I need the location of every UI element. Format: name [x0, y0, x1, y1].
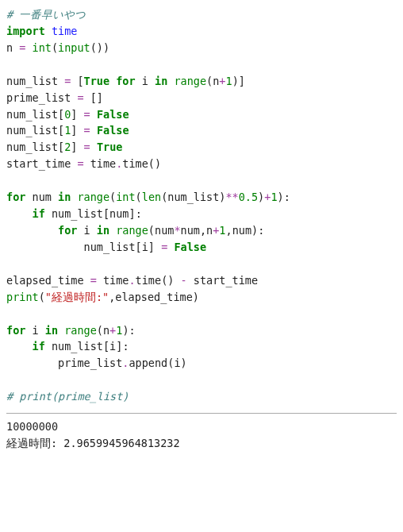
code-block: # 一番早いやつ import time n = int(input()) nu… [6, 6, 397, 405]
builtin-range: range [174, 75, 206, 87]
kw-for: for [6, 191, 25, 203]
comment-line: # 一番早いやつ [6, 8, 86, 21]
output-block: 10000000 経過時間: 2.9659945964813232 [6, 413, 397, 452]
const-false: False [97, 108, 129, 121]
string-literal: "経過時間:" [45, 291, 109, 303]
module-time: time [52, 25, 78, 37]
builtin-len: len [142, 191, 161, 203]
ident-elapsed: elapsed_time [6, 274, 90, 287]
builtin-input: input [58, 41, 90, 54]
kw-if: if [33, 207, 45, 220]
kw-import: import [6, 25, 45, 37]
output-line-2: 経過時間: 2.9659945964813232 [6, 437, 180, 449]
comment-line: # print(prime_list) [6, 390, 129, 403]
builtin-int: int [33, 41, 52, 54]
output-line-1: 10000000 [6, 420, 58, 433]
ident-starttime: start_time [6, 157, 77, 170]
const-true: True [84, 75, 110, 87]
ident-numlist: num_list [6, 75, 64, 87]
ident-primelist: prime_list [6, 91, 77, 104]
builtin-print: print [6, 291, 39, 303]
ident-n: n [6, 41, 19, 54]
